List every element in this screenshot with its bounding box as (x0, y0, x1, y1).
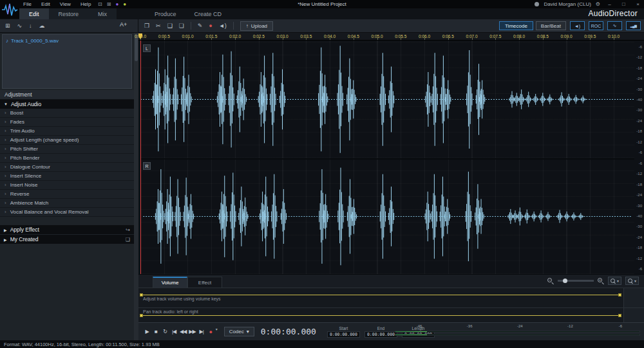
waveform-view-icon[interactable]: ∿ (17, 23, 23, 29)
adjust-item-pitch-shifter[interactable]: ›Pitch Shifter (0, 145, 134, 154)
library-track-item[interactable]: ♪ Track 1_0000_5.wav (3, 36, 131, 45)
pan-keyframe-end[interactable] (618, 314, 621, 317)
play-button[interactable]: ▶ (142, 327, 151, 336)
waveform-toggle-button[interactable]: ∿ (607, 21, 622, 30)
ruler-label: 0:03.5 (300, 34, 312, 39)
adjust-item-adjust-length-change-speed-[interactable]: ›Adjust Length (change speed) (0, 136, 134, 145)
edit-pencil-icon[interactable]: ✎ (198, 23, 203, 29)
adjust-item-insert-silence[interactable]: ›Insert Silence (0, 172, 134, 181)
timecode-button[interactable]: Timecode (499, 21, 533, 30)
pan-lane[interactable]: Pan track audio: left or right (138, 307, 644, 322)
pan-keyframe-line[interactable] (141, 315, 620, 316)
section-apply-effect[interactable]: ▶ Apply Effect ↪ (0, 225, 134, 234)
time-ruler[interactable]: 0:00.00:00.50:01.00:01.50:02.00:02.50:03… (138, 33, 644, 41)
rewind-button[interactable]: ◀◀ (178, 327, 187, 336)
field-label: End (377, 326, 385, 331)
zoom-slider[interactable] (558, 280, 594, 282)
menu-edit[interactable]: Edit (41, 1, 50, 7)
adjust-item-vocal-balance-and-vocal-removal[interactable]: ›Vocal Balance and Vocal Removal (0, 208, 134, 217)
new-preset-icon[interactable]: ❏ (126, 237, 130, 243)
bar-beat-button[interactable]: Bar/Beat (536, 21, 566, 30)
settings-gear-icon[interactable]: ⚙ (596, 1, 600, 7)
section-my-created[interactable]: ▶ My Created ❏ (0, 235, 134, 244)
adjust-item-ambience-match[interactable]: ›Ambience Match (0, 199, 134, 208)
maximize-button[interactable]: □ (619, 1, 629, 7)
playhead-line[interactable] (140, 41, 141, 274)
cut-icon[interactable]: ✂ (156, 23, 161, 29)
tab-create-cd[interactable]: Create CD (194, 8, 222, 19)
adjust-item-fades[interactable]: ›Fades (0, 118, 134, 127)
text-to-speech-button[interactable]: A+ (120, 21, 127, 28)
field-end: End0:00:00.000 (365, 326, 397, 338)
speaker-icon[interactable]: ◄) (219, 23, 227, 29)
chevron-right-icon: › (5, 128, 6, 134)
adjust-item-reverse[interactable]: ›Reverse (0, 190, 134, 199)
section-adjust-audio[interactable]: ▼ Adjust Audio (0, 100, 134, 109)
media-library: ♪ Track 1_0000_5.wav (2, 34, 132, 89)
open-icon[interactable]: ❐ (144, 23, 149, 29)
tab-mix[interactable]: Mix (88, 8, 117, 19)
stop-button[interactable]: ■ (151, 327, 160, 336)
paste-icon[interactable]: ❏ (179, 23, 184, 29)
user-avatar (535, 2, 539, 6)
record-button[interactable]: ● (206, 327, 215, 336)
tab-restore[interactable]: Restore (49, 8, 89, 19)
menu-help[interactable]: Help (80, 1, 91, 7)
theme-icon[interactable]: ● (115, 1, 118, 7)
codec-button[interactable]: Codec ▾ (224, 327, 254, 336)
field-value[interactable]: 0:00:00.000 (327, 331, 360, 338)
adjust-item-dialogue-contour[interactable]: ›Dialogue Contour (0, 163, 134, 172)
fast-forward-button[interactable]: ▶▶ (187, 327, 196, 336)
volume-keyframe-start[interactable] (140, 293, 143, 297)
tab-produce[interactable]: Produce (155, 8, 176, 19)
zoom-in-icon[interactable]: + (598, 278, 604, 284)
adjust-item-trim-audio[interactable]: ›Trim Audio (0, 127, 134, 136)
menu-view[interactable]: View (60, 1, 71, 7)
curved-arrow-icon[interactable]: ↪ (126, 227, 130, 233)
record-toolbar-icon[interactable]: ● (209, 23, 212, 29)
download-icon[interactable]: ↓ (29, 23, 32, 29)
tab-edit[interactable]: Edit (19, 8, 49, 19)
import-media-icon[interactable]: ⊞ (5, 23, 10, 29)
zoom-region-button[interactable]: ▾ (608, 277, 621, 285)
grid-icon[interactable]: ⊞ (107, 1, 111, 7)
roc-button[interactable]: ROC (589, 21, 603, 30)
ruler-label: 0:05.5 (395, 34, 406, 39)
adjust-item-pitch-bender[interactable]: ›Pitch Bender (0, 154, 134, 163)
go-end-button[interactable]: ▶| (197, 327, 206, 336)
zoom-slider-thumb[interactable] (563, 279, 567, 283)
spectrum-toggle-button[interactable]: ▂▄▆ (626, 21, 641, 30)
copy-icon[interactable]: ❑ (167, 23, 173, 29)
cloud-icon[interactable]: ☁ (39, 23, 45, 29)
upload-button[interactable]: ↑ Upload (240, 21, 273, 31)
field-value[interactable]: 0:00:00.000 (365, 331, 397, 338)
monitor-speaker-button[interactable]: ◄) (570, 21, 585, 30)
status-bar: Format: WAV, 44100Hz, 16-bit, Stereo, Le… (0, 340, 644, 348)
record-dropdown-icon[interactable]: ▾ (216, 327, 218, 336)
volume-lane[interactable]: Adjust track volume using volume keys (138, 288, 644, 307)
loop-button[interactable]: ↻ (160, 327, 169, 336)
channel-left[interactable]: L (140, 42, 634, 157)
adjust-item-insert-noise[interactable]: ›Insert Noise (0, 181, 134, 190)
left-panel-scrollbar[interactable] (134, 33, 138, 340)
db-label: -6 (639, 267, 642, 271)
volume-keyframe-end[interactable] (618, 293, 621, 297)
adjust-audio-label: Adjust Audio (11, 101, 41, 107)
pan-lane-hint: Pan track audio: left or right (143, 309, 198, 314)
minimize-button[interactable]: – (605, 1, 614, 7)
pan-keyframe-start[interactable] (140, 314, 143, 317)
adjust-item-boost[interactable]: ›Boost (0, 109, 134, 118)
channel-right[interactable]: R (140, 158, 634, 273)
zoom-fit-button[interactable]: ▾ (625, 277, 639, 285)
close-button[interactable]: × (633, 1, 643, 7)
screen-icon[interactable]: ⊡ (98, 1, 102, 7)
menu-file[interactable]: File (23, 1, 32, 7)
go-start-button[interactable]: |◀ (169, 327, 178, 336)
tab-effect[interactable]: Effect (187, 277, 222, 288)
zoom-out-icon[interactable]: − (547, 278, 554, 284)
codec-dropdown-icon[interactable]: ▾ (247, 329, 249, 334)
waveform-region[interactable]: L R -6-12-18-24-30-40-30-24-18-12-6 -6-1… (138, 41, 644, 274)
audiodirector-window: *New Untitled Project FileEditViewHelp ⊡… (0, 0, 644, 348)
volume-keyframe-line[interactable] (141, 295, 620, 295)
tab-volume[interactable]: Volume (153, 277, 187, 288)
